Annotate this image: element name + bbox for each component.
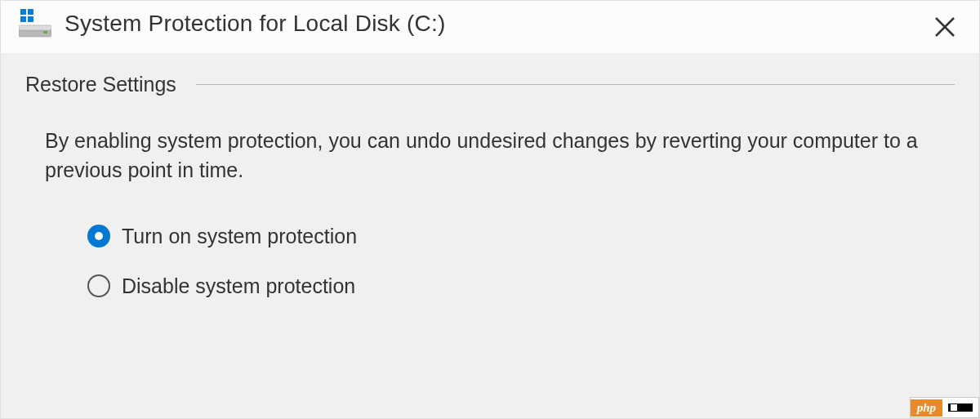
close-button[interactable] bbox=[930, 12, 960, 42]
radio-turn-on[interactable]: Turn on system protection bbox=[87, 225, 955, 248]
dialog-content: Restore Settings By enabling system prot… bbox=[1, 53, 979, 298]
watermark-logo-icon bbox=[942, 398, 978, 417]
radio-turn-on-label: Turn on system protection bbox=[122, 225, 357, 248]
radio-disable-label: Disable system protection bbox=[122, 274, 355, 298]
dialog-title: System Protection for Local Disk (C:) bbox=[65, 11, 445, 37]
watermark: php bbox=[910, 397, 979, 418]
radio-unselected-icon bbox=[87, 274, 110, 297]
svg-rect-5 bbox=[19, 25, 51, 30]
svg-rect-2 bbox=[20, 16, 26, 22]
section-description: By enabling system protection, you can u… bbox=[45, 126, 930, 185]
radio-disable[interactable]: Disable system protection bbox=[87, 274, 955, 298]
titlebar: System Protection for Local Disk (C:) bbox=[1, 1, 979, 53]
section-header: Restore Settings bbox=[25, 73, 955, 96]
svg-rect-3 bbox=[28, 16, 33, 22]
close-icon bbox=[933, 16, 956, 38]
section-divider bbox=[196, 84, 955, 85]
svg-rect-1 bbox=[28, 9, 33, 15]
svg-rect-6 bbox=[43, 31, 47, 33]
radio-selected-icon bbox=[87, 225, 110, 247]
drive-icon bbox=[19, 9, 51, 38]
watermark-text: php bbox=[911, 399, 942, 417]
dialog-window: System Protection for Local Disk (C:) Re… bbox=[0, 0, 980, 419]
svg-rect-0 bbox=[20, 9, 26, 15]
section-heading: Restore Settings bbox=[25, 73, 176, 96]
radio-group-protection: Turn on system protection Disable system… bbox=[87, 225, 955, 298]
